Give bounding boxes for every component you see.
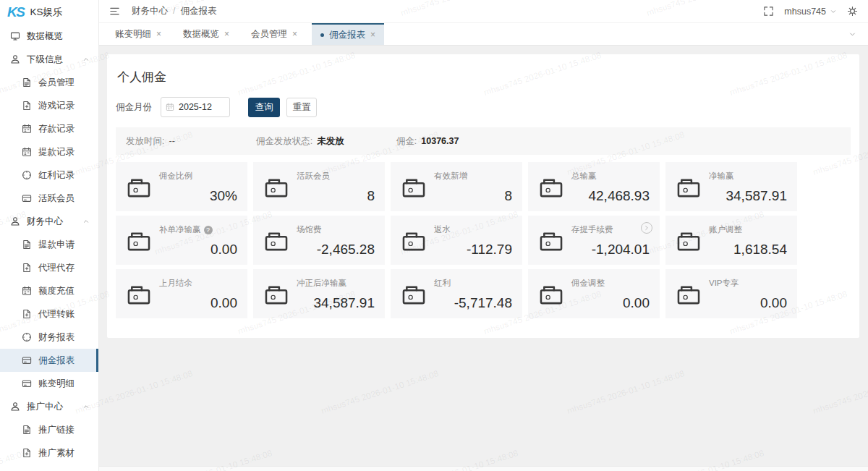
stat-label: 冲正后净输赢 xyxy=(297,278,375,289)
sidebar-item-withdrawal-request[interactable]: 提款申请 xyxy=(0,233,98,256)
sidebar-item-label: 存款记录 xyxy=(38,123,75,135)
tab-label: 数据概览 xyxy=(183,28,219,41)
close-icon[interactable] xyxy=(292,30,297,38)
tab-member-management[interactable]: 会员管理 xyxy=(244,23,305,45)
sidebar-item-promotion-link[interactable]: 推广链接 xyxy=(0,418,98,441)
card-icon xyxy=(22,193,32,203)
sidebar-item-label: 代理转账 xyxy=(38,308,75,321)
sidebar-item-quota-recharge[interactable]: 额度充值 xyxy=(0,279,98,302)
user-menu[interactable]: mhsus745 xyxy=(784,7,837,17)
stat-label: 红利 xyxy=(434,278,512,289)
sidebar-item-label: 游戏记录 xyxy=(38,100,75,112)
card-icon xyxy=(22,355,32,365)
sidebar-item-label: 推广素材 xyxy=(38,447,75,459)
stat-cards-grid: 佣金比例30% 活跃会员8 有效新增8 总输赢42,468.93 净输赢34,5… xyxy=(116,162,851,318)
document-icon xyxy=(22,239,32,250)
reset-button[interactable]: 重置 xyxy=(286,98,317,117)
stat-card-commission-rate: 佣金比例30% xyxy=(116,162,247,211)
sidebar-item-label: 红利记录 xyxy=(38,169,75,182)
app-logo[interactable]: KS KS娱乐 xyxy=(0,0,98,25)
horizontal-scrollbar[interactable] xyxy=(99,466,868,471)
filter-row: 佣金月份 查询 重置 xyxy=(116,97,851,117)
sidebar-item-agent-transfer[interactable]: 代理转账 xyxy=(0,302,98,326)
active-dot-icon xyxy=(320,33,324,37)
sidebar: KS KS娱乐 数据概览 下级信息 会员管理 游戏记录 存款记录 提款记录 红利… xyxy=(0,0,99,471)
folder-icon xyxy=(263,230,289,253)
stat-label: 净输赢 xyxy=(709,171,787,182)
sidebar-group-finance-center[interactable]: 财务中心 xyxy=(0,210,98,233)
stat-label-text: 补单净输赢 xyxy=(159,224,201,235)
stat-label: 佣金比例 xyxy=(159,171,237,182)
stat-label: 存提手续费 xyxy=(571,224,650,235)
sidebar-item-member-management[interactable]: 会员管理 xyxy=(0,71,98,94)
tab-data-overview[interactable]: 数据概览 xyxy=(176,23,237,45)
sidebar-group-promotion-center[interactable]: 推广中心 xyxy=(0,395,98,418)
stat-label: 账户调整 xyxy=(709,224,787,235)
query-button[interactable]: 查询 xyxy=(248,98,280,117)
stat-label: 有效新增 xyxy=(434,171,512,182)
stat-value: 34,587.91 xyxy=(297,295,375,311)
document-plus-icon xyxy=(22,448,32,458)
calendar-icon xyxy=(22,147,32,157)
sidebar-item-bonus-records[interactable]: 红利记录 xyxy=(0,164,98,187)
document-icon xyxy=(22,425,32,435)
expand-chevron-icon[interactable] xyxy=(641,222,652,234)
sidebar-item-deposit-records[interactable]: 存款记录 xyxy=(0,117,98,140)
stat-card-commission-adjustment: 佣金调整0.00 xyxy=(528,269,660,318)
gear-icon[interactable] xyxy=(847,6,858,17)
sidebar-item-account-changes[interactable]: 账变明细 xyxy=(0,372,98,395)
tab-commission-report[interactable]: 佣金报表 xyxy=(312,23,384,45)
calendar-icon xyxy=(166,103,174,111)
folder-icon xyxy=(401,177,427,199)
sidebar-item-withdrawal-records[interactable]: 提款记录 xyxy=(0,140,98,164)
sidebar-item-label: 推广中心 xyxy=(27,401,63,413)
stat-card-valid-new: 有效新增8 xyxy=(391,162,522,211)
close-icon[interactable] xyxy=(156,30,161,38)
sidebar-item-active-members[interactable]: 活跃会员 xyxy=(0,187,98,210)
close-icon[interactable] xyxy=(224,30,229,38)
menu-fold-icon[interactable] xyxy=(109,6,120,17)
document-plus-icon xyxy=(22,101,32,111)
sidebar-menu: 数据概览 下级信息 会员管理 游戏记录 存款记录 提款记录 红利记录 活跃会员 … xyxy=(0,25,98,464)
compass-icon xyxy=(22,332,32,342)
chevron-down-icon[interactable] xyxy=(848,30,856,38)
stat-value: 1,618.54 xyxy=(709,242,787,258)
month-picker[interactable] xyxy=(161,97,230,117)
breadcrumb: 财务中心/佣金报表 xyxy=(132,5,216,17)
sidebar-item-label: 下级信息 xyxy=(27,54,63,66)
tab-account-changes[interactable]: 账变明细 xyxy=(108,23,169,45)
stat-value: 8 xyxy=(297,188,375,204)
sidebar-item-game-records[interactable]: 游戏记录 xyxy=(0,94,98,117)
sidebar-item-label: 账变明细 xyxy=(38,378,75,390)
close-icon[interactable] xyxy=(370,30,375,39)
sidebar-item-data-overview[interactable]: 数据概览 xyxy=(0,25,98,48)
sidebar-item-promotion-material[interactable]: 推广素材 xyxy=(0,441,98,464)
stat-value: -112.79 xyxy=(434,242,512,258)
folder-icon xyxy=(401,230,427,253)
stat-value: 30% xyxy=(159,188,237,204)
sidebar-item-label: 额度充值 xyxy=(38,285,75,297)
tab-bar: 账变明细 数据概览 会员管理 佣金报表 xyxy=(99,23,868,46)
folder-icon xyxy=(538,230,564,253)
sidebar-item-commission-report[interactable]: 佣金报表 xyxy=(0,349,98,372)
release-state-value: 未发放 xyxy=(317,135,344,148)
sidebar-group-subordinate-info[interactable]: 下级信息 xyxy=(0,48,98,71)
stat-value: -5,717.48 xyxy=(434,295,512,311)
chevron-right-icon xyxy=(644,225,650,231)
month-input[interactable] xyxy=(179,102,225,112)
sidebar-item-label: 推广链接 xyxy=(38,424,75,436)
content-area: 个人佣金 佣金月份 查询 重置 发放时间: -- 佣金发放状态: 未发放 佣金:… xyxy=(99,46,868,471)
user-icon xyxy=(10,216,20,226)
fullscreen-icon[interactable] xyxy=(763,6,774,17)
stat-label: 补单净输赢 xyxy=(159,224,237,235)
stat-label: 场馆费 xyxy=(297,224,375,235)
logo-title: KS娱乐 xyxy=(30,6,62,19)
sidebar-item-financial-report[interactable]: 财务报表 xyxy=(0,326,98,349)
stat-card-active-members: 活跃会员8 xyxy=(253,162,385,211)
sidebar-item-agent-deposit[interactable]: 代理代存 xyxy=(0,256,98,279)
topbar-actions: mhsus745 xyxy=(763,6,858,17)
help-icon[interactable] xyxy=(204,226,213,234)
release-state-label: 佣金发放状态: xyxy=(256,135,312,148)
sidebar-item-label: 财务中心 xyxy=(27,216,63,228)
stat-value: 8 xyxy=(434,188,512,204)
